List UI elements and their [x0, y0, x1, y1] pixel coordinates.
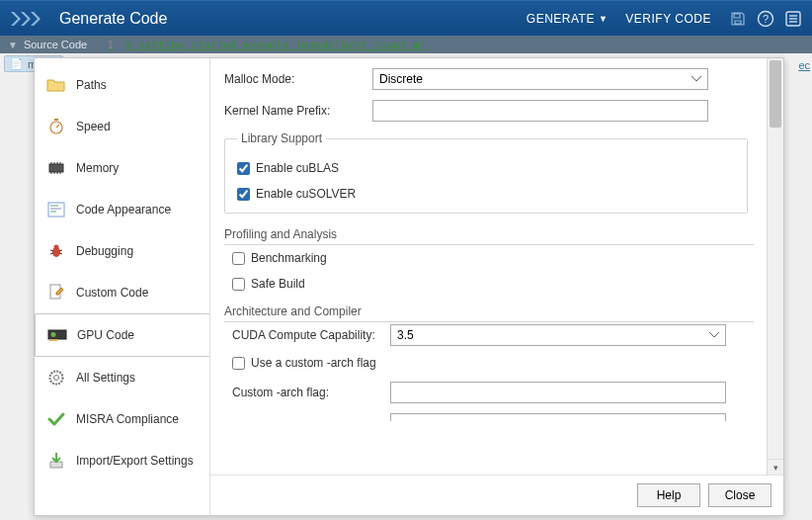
sidebar-item-label: GPU Code	[77, 328, 134, 342]
kernel-prefix-label: Kernel Name Prefix:	[224, 104, 372, 118]
document-edit-icon	[46, 284, 66, 302]
sidebar-item-label: MISRA Compliance	[76, 412, 179, 426]
dialog-footer: Help Close	[210, 475, 783, 515]
verify-code-menu[interactable]: VERIFY CODE	[625, 12, 711, 26]
enable-cublas-label: Enable cuBLAS	[256, 161, 339, 175]
scrollbar-thumb[interactable]	[770, 60, 781, 128]
malloc-mode-label: Malloc Mode:	[224, 72, 372, 86]
safe-build-label: Safe Build	[251, 277, 305, 291]
bug-icon	[46, 242, 66, 260]
custom-arch-label: Custom -arch flag:	[232, 386, 390, 399]
safe-build-checkbox[interactable]	[232, 278, 245, 291]
chevron-down-icon[interactable]: ▼	[8, 40, 18, 50]
checkmark-icon	[46, 410, 66, 428]
sidebar-item-label: Speed	[76, 120, 111, 133]
vertical-scrollbar[interactable]: ▾	[767, 58, 783, 475]
profiling-section-title: Profiling and Analysis	[224, 227, 754, 245]
gpu-icon	[47, 326, 67, 344]
toolbar-menu: GENERATE▼ VERIFY CODE	[527, 12, 711, 26]
main-area: 📄m...✕ ec Paths Speed Memory Code Appear…	[0, 53, 812, 520]
breadcrumb-bar: ▼ Source Code 1% getting started example…	[0, 36, 812, 53]
help-button[interactable]: Help	[637, 483, 700, 507]
toolbar-title: Generate Code	[59, 10, 527, 28]
code-icon	[46, 201, 66, 218]
scrollbar-down-button[interactable]: ▾	[768, 459, 783, 475]
cuda-cap-select[interactable]: 3.5	[390, 324, 726, 346]
kernel-prefix-input[interactable]	[372, 100, 708, 122]
memory-icon	[46, 159, 66, 177]
sidebar-item-label: Debugging	[76, 244, 133, 258]
settings-dialog: Paths Speed Memory Code Appearance Debug…	[34, 57, 784, 516]
app-logo-icon	[10, 10, 45, 28]
content-panel: Malloc Mode: Discrete Kernel Name Prefix…	[210, 58, 783, 515]
custom-arch-input[interactable]	[390, 382, 726, 403]
svg-text:?: ?	[763, 13, 769, 25]
sidebar-item-gpu-code[interactable]: GPU Code	[35, 313, 210, 357]
sidebar-item-label: Memory	[76, 161, 119, 175]
svg-rect-31	[49, 339, 57, 341]
library-support-legend: Library Support	[237, 131, 326, 145]
svg-rect-18	[48, 203, 64, 217]
sidebar-item-label: Custom Code	[76, 286, 148, 300]
custom-arch-input-2[interactable]	[390, 413, 726, 421]
svg-rect-7	[54, 119, 58, 121]
enable-cusolver-checkbox[interactable]	[237, 188, 250, 201]
sidebar-item-misra[interactable]: MISRA Compliance	[35, 398, 209, 440]
malloc-mode-select[interactable]: Discrete	[372, 68, 708, 90]
menu-icon[interactable]	[784, 10, 802, 28]
enable-cusolver-label: Enable cuSOLVER	[256, 187, 356, 201]
content-scroll: Malloc Mode: Discrete Kernel Name Prefix…	[210, 58, 783, 475]
import-export-icon	[46, 452, 66, 470]
breadcrumb-label[interactable]: Source Code	[24, 39, 87, 50]
background-right-text[interactable]: ec	[798, 59, 810, 71]
caret-down-icon: ▼	[599, 14, 608, 24]
sidebar-item-label: Paths	[76, 78, 107, 92]
cuda-cap-label: CUDA Compute Capability:	[232, 328, 390, 342]
benchmarking-label: Benchmarking	[251, 251, 327, 265]
svg-point-23	[54, 245, 59, 250]
sidebar-item-custom-code[interactable]: Custom Code	[35, 272, 209, 313]
sidebar-item-label: Import/Export Settings	[76, 454, 194, 468]
toolbar-icons: ?	[729, 10, 802, 28]
folder-icon	[46, 76, 66, 94]
use-custom-arch-checkbox[interactable]	[232, 357, 245, 370]
sidebar-item-paths[interactable]: Paths	[35, 64, 209, 106]
sidebar-item-memory[interactable]: Memory	[35, 147, 209, 189]
svg-point-33	[54, 376, 59, 381]
sidebar-item-all-settings[interactable]: All Settings	[35, 357, 209, 398]
sidebar: Paths Speed Memory Code Appearance Debug…	[35, 58, 210, 515]
sidebar-item-import-export[interactable]: Import/Export Settings	[35, 440, 209, 481]
sidebar-item-debugging[interactable]: Debugging	[35, 230, 209, 272]
arch-section-title: Architecture and Compiler	[224, 304, 754, 322]
save-icon[interactable]	[729, 10, 747, 28]
svg-rect-9	[49, 164, 63, 172]
sidebar-item-label: Code Appearance	[76, 203, 171, 217]
code-line[interactable]: 1% getting started example (mandelbrot_c…	[87, 39, 804, 51]
generate-menu[interactable]: GENERATE▼	[527, 12, 609, 26]
stopwatch-icon	[46, 118, 66, 135]
library-support-fieldset: Library Support Enable cuBLAS Enable cuS…	[224, 131, 748, 214]
sidebar-item-speed[interactable]: Speed	[35, 106, 209, 147]
help-icon[interactable]: ?	[757, 10, 774, 28]
close-button[interactable]: Close	[708, 483, 771, 507]
gear-icon	[46, 369, 66, 387]
use-custom-arch-label: Use a custom -arch flag	[251, 356, 376, 370]
sidebar-item-label: All Settings	[76, 371, 135, 385]
svg-point-30	[51, 332, 56, 337]
top-toolbar: Generate Code GENERATE▼ VERIFY CODE ?	[0, 0, 812, 36]
enable-cublas-checkbox[interactable]	[237, 162, 250, 175]
benchmarking-checkbox[interactable]	[232, 252, 245, 265]
sidebar-item-code-appearance[interactable]: Code Appearance	[35, 189, 209, 230]
